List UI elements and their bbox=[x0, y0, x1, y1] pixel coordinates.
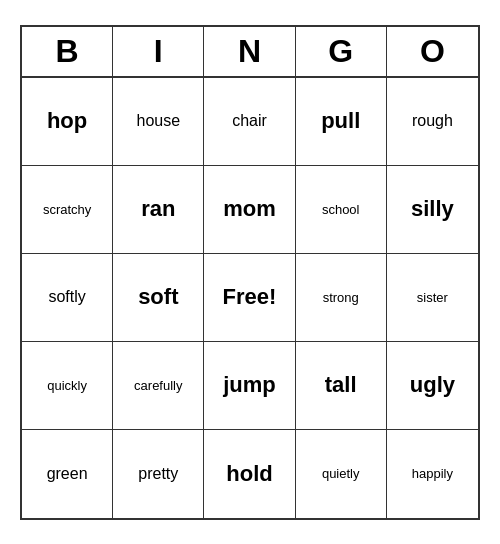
bingo-header: BINGO bbox=[22, 27, 478, 78]
header-letter-i: I bbox=[113, 27, 204, 76]
bingo-cell-8: school bbox=[296, 166, 387, 254]
header-letter-n: N bbox=[204, 27, 295, 76]
bingo-cell-23: quietly bbox=[296, 430, 387, 518]
bingo-cell-5: scratchy bbox=[22, 166, 113, 254]
bingo-cell-22: hold bbox=[204, 430, 295, 518]
bingo-cell-16: carefully bbox=[113, 342, 204, 430]
header-letter-o: O bbox=[387, 27, 478, 76]
header-letter-g: G bbox=[296, 27, 387, 76]
header-letter-b: B bbox=[22, 27, 113, 76]
bingo-cell-20: green bbox=[22, 430, 113, 518]
bingo-cell-11: soft bbox=[113, 254, 204, 342]
bingo-cell-1: house bbox=[113, 78, 204, 166]
bingo-cell-18: tall bbox=[296, 342, 387, 430]
bingo-cell-24: happily bbox=[387, 430, 478, 518]
bingo-cell-14: sister bbox=[387, 254, 478, 342]
bingo-cell-2: chair bbox=[204, 78, 295, 166]
bingo-cell-7: mom bbox=[204, 166, 295, 254]
bingo-cell-6: ran bbox=[113, 166, 204, 254]
bingo-card: BINGO hophousechairpullroughscratchyranm… bbox=[20, 25, 480, 520]
bingo-cell-13: strong bbox=[296, 254, 387, 342]
bingo-cell-4: rough bbox=[387, 78, 478, 166]
bingo-cell-15: quickly bbox=[22, 342, 113, 430]
bingo-cell-19: ugly bbox=[387, 342, 478, 430]
bingo-cell-9: silly bbox=[387, 166, 478, 254]
bingo-grid: hophousechairpullroughscratchyranmomscho… bbox=[22, 78, 478, 518]
bingo-cell-21: pretty bbox=[113, 430, 204, 518]
bingo-cell-17: jump bbox=[204, 342, 295, 430]
bingo-cell-3: pull bbox=[296, 78, 387, 166]
bingo-cell-12: Free! bbox=[204, 254, 295, 342]
bingo-cell-10: softly bbox=[22, 254, 113, 342]
bingo-cell-0: hop bbox=[22, 78, 113, 166]
